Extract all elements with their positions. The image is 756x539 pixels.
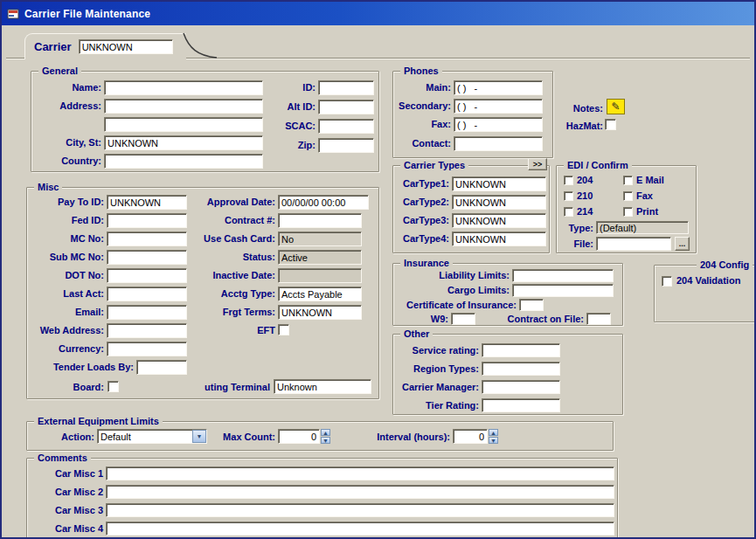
- car-misc-1-input[interactable]: [106, 466, 614, 480]
- w9-input[interactable]: [451, 313, 475, 325]
- pay-to-id-input[interactable]: [107, 195, 187, 210]
- secondary-phone-input[interactable]: [454, 99, 543, 114]
- mc-no-input[interactable]: [107, 231, 187, 246]
- currency-label: Currency:: [27, 342, 104, 356]
- edi-210-checkbox[interactable]: 210: [564, 190, 593, 201]
- general-group-title: General: [38, 65, 81, 78]
- fed-id-input[interactable]: [107, 213, 187, 228]
- zip-label: Zip:: [263, 138, 316, 153]
- dot-no-input[interactable]: [107, 268, 187, 283]
- approval-date-input[interactable]: [278, 195, 369, 210]
- secondary-phone-label: Secondary:: [393, 99, 451, 114]
- fed-id-label: Fed ID:: [27, 213, 104, 228]
- fax-phone-input[interactable]: [454, 117, 543, 132]
- city-st-input[interactable]: [104, 135, 263, 150]
- edi-fax-checkbox[interactable]: Fax: [623, 190, 653, 201]
- interval-spin-down-icon[interactable]: ▼: [489, 437, 498, 444]
- edi-204-checkbox[interactable]: 204: [564, 175, 593, 185]
- car-misc-3-input[interactable]: [106, 503, 614, 517]
- liability-limits-input[interactable]: [512, 269, 614, 282]
- interval-hours-input[interactable]: [453, 429, 488, 444]
- carrier-types-expand-button[interactable]: >>: [528, 158, 547, 170]
- tier-rating-input[interactable]: [482, 398, 560, 412]
- phones-group-title: Phones: [400, 65, 442, 78]
- last-act-input[interactable]: [107, 287, 187, 301]
- frgt-terms-label: Frgt Terms:: [184, 305, 275, 320]
- cartype3-label: CarType3:: [393, 213, 449, 228]
- external-equipment-limits-title: External Equipment Limits: [34, 415, 163, 428]
- contract-on-file-input[interactable]: [586, 313, 611, 325]
- edi-type-label: Type:: [557, 221, 593, 236]
- hazmat-checkbox[interactable]: [605, 119, 616, 130]
- contract-on-file-label: Contract on File:: [496, 313, 584, 326]
- checkbox-box: [623, 191, 633, 201]
- scac-input[interactable]: [318, 119, 374, 134]
- tender-loads-by-label: Tender Loads By:: [27, 360, 134, 375]
- web-address-label: Web Address:: [27, 323, 104, 338]
- notes-label: Notes:: [561, 101, 603, 116]
- name-input[interactable]: [104, 80, 263, 95]
- max-count-input[interactable]: [278, 429, 320, 444]
- liability-limits-label: Liability Limits:: [402, 269, 510, 282]
- carrier-id-input[interactable]: [79, 39, 173, 54]
- contact-input[interactable]: [454, 136, 543, 151]
- name-label: Name:: [31, 80, 101, 95]
- id-input[interactable]: [318, 80, 374, 95]
- edi-print-checkbox[interactable]: Print: [623, 206, 658, 217]
- main-phone-input[interactable]: [454, 80, 543, 95]
- cargo-limits-input[interactable]: [512, 284, 614, 297]
- car-misc-2-input[interactable]: [106, 485, 614, 499]
- alt-id-input[interactable]: [318, 100, 374, 114]
- city-st-label: City, St:: [31, 135, 101, 150]
- carrier-file-maintenance-window: Carrier File Maintenance Carrier General…: [0, 0, 756, 539]
- certificate-of-insurance-label: Certificate of Insurance:: [393, 299, 517, 312]
- cartype2-input[interactable]: [452, 195, 546, 210]
- contract-number-input[interactable]: [278, 213, 362, 228]
- spin-up-glyph: ▲: [323, 430, 329, 436]
- notes-glyph: ✎: [611, 100, 620, 113]
- routing-terminal-input[interactable]: [274, 379, 371, 394]
- max-count-spin-down-icon[interactable]: ▼: [321, 437, 330, 444]
- sub-mc-no-input[interactable]: [107, 250, 187, 265]
- carrier-manager-input[interactable]: [482, 380, 560, 394]
- acctg-type-input[interactable]: [278, 287, 362, 301]
- pay-to-id-label: Pay To ID:: [27, 195, 104, 210]
- other-group: Other Service rating: Region Types: Carr…: [392, 334, 623, 415]
- window-title: Carrier File Maintenance: [24, 8, 150, 20]
- board-checkbox[interactable]: [108, 381, 119, 392]
- notes-icon[interactable]: ✎: [607, 99, 625, 114]
- web-address-input[interactable]: [107, 323, 187, 338]
- routing-terminal-label: uting Terminal: [184, 380, 270, 395]
- cartype1-input[interactable]: [452, 176, 546, 191]
- cartype4-label: CarType4:: [393, 231, 449, 246]
- region-types-input[interactable]: [482, 362, 560, 376]
- edi-204-label: 204: [577, 175, 593, 185]
- address1-input[interactable]: [104, 99, 263, 114]
- tab-carrier[interactable]: Carrier: [24, 33, 186, 59]
- interval-spin-up-icon[interactable]: ▲: [489, 429, 498, 436]
- car-misc-4-label: Car Misc 4: [45, 522, 103, 536]
- tender-loads-by-input[interactable]: [136, 360, 187, 375]
- eft-checkbox[interactable]: [278, 324, 289, 335]
- max-count-spin-up-icon[interactable]: ▲: [321, 429, 330, 436]
- edi-email-checkbox[interactable]: E Mail: [623, 175, 664, 185]
- cartype4-input[interactable]: [452, 231, 546, 246]
- edi-file-browse-button[interactable]: ...: [675, 237, 690, 251]
- checkbox-box: [623, 207, 633, 217]
- edi-214-checkbox[interactable]: 214: [564, 206, 593, 217]
- 204-validation-checkbox[interactable]: [662, 276, 672, 287]
- edi-file-input[interactable]: [596, 237, 671, 251]
- certificate-of-insurance-input[interactable]: [519, 299, 544, 311]
- use-cash-card-value[interactable]: [278, 231, 362, 246]
- zip-input[interactable]: [318, 138, 374, 153]
- cartype3-input[interactable]: [452, 213, 546, 228]
- car-misc-4-input[interactable]: [106, 522, 614, 536]
- currency-input[interactable]: [107, 342, 187, 356]
- approval-date-label: Approval Date:: [184, 195, 275, 210]
- email-input[interactable]: [107, 305, 187, 320]
- frgt-terms-input[interactable]: [278, 305, 362, 320]
- country-input[interactable]: [104, 154, 263, 169]
- edi-type-value[interactable]: [596, 221, 689, 234]
- service-rating-input[interactable]: [482, 343, 560, 357]
- address2-input[interactable]: [104, 117, 263, 132]
